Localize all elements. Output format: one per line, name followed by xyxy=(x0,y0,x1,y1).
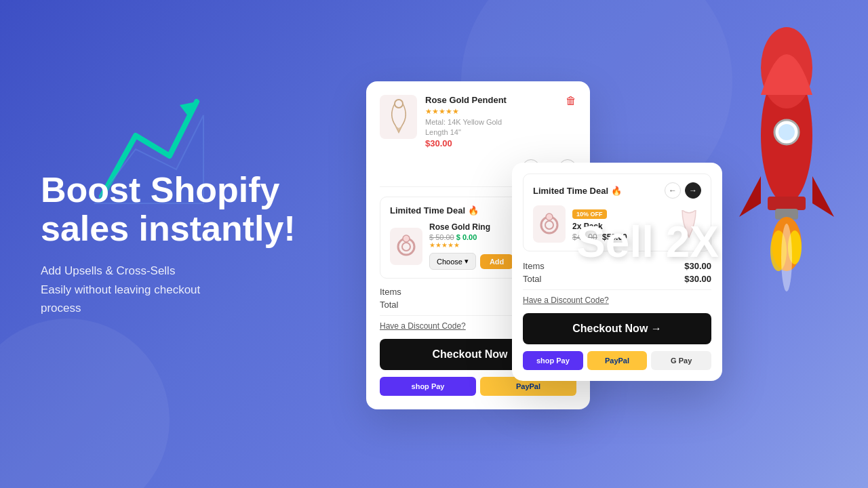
main-headline: Boost Shopify sales instantly! xyxy=(41,171,339,248)
front-items-label: Items xyxy=(523,261,545,271)
back-product-info: Rose Gold Pendent ★★★★★ Metal: 14K Yello… xyxy=(425,95,557,148)
front-shopify-pay-button[interactable]: shop Pay xyxy=(523,351,583,370)
sub-text: Add Upsells & Cross-Sells Easily without… xyxy=(41,262,339,317)
front-ltd-header: Limited Time Deal 🔥 ← → xyxy=(533,182,701,199)
back-product-name: Rose Gold Pendent xyxy=(425,95,557,105)
bg-shape-1 xyxy=(0,319,170,488)
svg-point-15 xyxy=(402,243,410,251)
front-payment-buttons: shop Pay PayPal G Pay xyxy=(523,351,711,370)
svg-point-5 xyxy=(778,124,795,140)
front-checkout-button[interactable]: Checkout Now → xyxy=(523,313,711,344)
svg-rect-6 xyxy=(768,197,806,210)
front-total-label: Total xyxy=(523,274,541,284)
front-discount-link[interactable]: Have a Discount Code? xyxy=(523,296,711,305)
back-choose-button[interactable]: Choose ▾ xyxy=(429,253,476,270)
front-total-row: Total $30.00 xyxy=(523,274,711,284)
front-paypal-button[interactable]: PayPal xyxy=(587,351,648,370)
back-add-button[interactable]: Add xyxy=(480,254,513,269)
back-ltd-title: Limited Time Deal 🔥 xyxy=(390,205,479,216)
svg-point-18 xyxy=(545,221,553,229)
front-total-value: $30.00 xyxy=(684,274,711,284)
svg-point-11 xyxy=(781,224,792,291)
front-gpay-button[interactable]: G Pay xyxy=(651,351,711,370)
back-product-metal: Metal: 14K Yellow Gold xyxy=(425,118,557,126)
back-items-label: Items xyxy=(380,287,401,297)
back-product-row: Rose Gold Pendent ★★★★★ Metal: 14K Yello… xyxy=(380,95,576,148)
sell-2x-label: Sell 2X xyxy=(576,217,719,267)
back-deal-image xyxy=(390,228,422,265)
svg-point-12 xyxy=(395,100,403,108)
back-product-price: $30.00 xyxy=(425,138,557,148)
back-product-image xyxy=(380,95,417,139)
front-ltd-next-button[interactable]: → xyxy=(685,182,701,199)
svg-point-16 xyxy=(403,235,410,242)
cart-front-card: Limited Time Deal 🔥 ← → 10% OFF 2x Pack … xyxy=(512,163,722,381)
back-delete-icon[interactable]: 🗑 xyxy=(566,95,576,107)
front-deal-image xyxy=(533,205,566,243)
back-total-label: Total xyxy=(380,300,398,310)
svg-point-19 xyxy=(546,214,553,220)
left-content: Boost Shopify sales instantly! Add Upsel… xyxy=(41,171,339,317)
back-product-stars: ★★★★★ xyxy=(425,107,557,116)
back-shopify-pay-button[interactable]: shop Pay xyxy=(380,377,476,396)
front-ltd-title: Limited Time Deal 🔥 xyxy=(533,186,622,196)
back-product-length: Length 14" xyxy=(425,128,557,136)
svg-marker-13 xyxy=(395,125,403,134)
front-ltd-prev-button[interactable]: ← xyxy=(665,182,681,199)
front-ltd-nav: ← → xyxy=(665,182,701,199)
